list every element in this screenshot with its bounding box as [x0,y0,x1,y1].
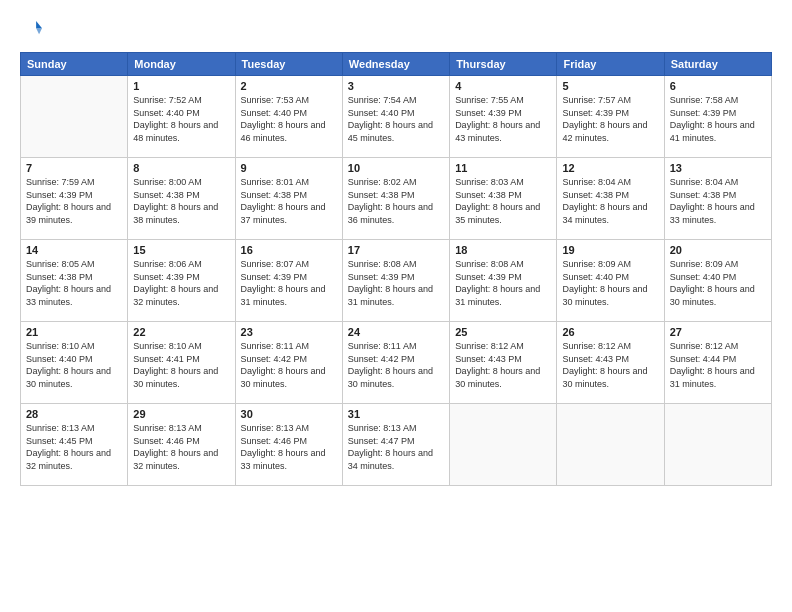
day-cell: 18Sunrise: 8:08 AMSunset: 4:39 PMDayligh… [450,240,557,322]
day-cell: 6Sunrise: 7:58 AMSunset: 4:39 PMDaylight… [664,76,771,158]
weekday-saturday: Saturday [664,53,771,76]
day-info: Sunrise: 7:54 AMSunset: 4:40 PMDaylight:… [348,94,444,144]
day-number: 3 [348,80,444,92]
day-cell: 22Sunrise: 8:10 AMSunset: 4:41 PMDayligh… [128,322,235,404]
day-info: Sunrise: 7:55 AMSunset: 4:39 PMDaylight:… [455,94,551,144]
day-cell: 16Sunrise: 8:07 AMSunset: 4:39 PMDayligh… [235,240,342,322]
day-number: 30 [241,408,337,420]
day-cell [21,76,128,158]
day-number: 28 [26,408,122,420]
header [20,18,772,40]
day-info: Sunrise: 8:13 AMSunset: 4:46 PMDaylight:… [241,422,337,472]
day-number: 23 [241,326,337,338]
day-number: 22 [133,326,229,338]
day-cell: 25Sunrise: 8:12 AMSunset: 4:43 PMDayligh… [450,322,557,404]
day-cell: 31Sunrise: 8:13 AMSunset: 4:47 PMDayligh… [342,404,449,486]
logo-icon [20,18,42,40]
day-info: Sunrise: 8:13 AMSunset: 4:45 PMDaylight:… [26,422,122,472]
week-row-4: 28Sunrise: 8:13 AMSunset: 4:45 PMDayligh… [21,404,772,486]
day-cell: 19Sunrise: 8:09 AMSunset: 4:40 PMDayligh… [557,240,664,322]
day-cell: 3Sunrise: 7:54 AMSunset: 4:40 PMDaylight… [342,76,449,158]
day-cell: 21Sunrise: 8:10 AMSunset: 4:40 PMDayligh… [21,322,128,404]
day-cell: 20Sunrise: 8:09 AMSunset: 4:40 PMDayligh… [664,240,771,322]
weekday-thursday: Thursday [450,53,557,76]
day-cell: 8Sunrise: 8:00 AMSunset: 4:38 PMDaylight… [128,158,235,240]
weekday-tuesday: Tuesday [235,53,342,76]
day-number: 8 [133,162,229,174]
day-cell: 14Sunrise: 8:05 AMSunset: 4:38 PMDayligh… [21,240,128,322]
weekday-monday: Monday [128,53,235,76]
day-info: Sunrise: 8:08 AMSunset: 4:39 PMDaylight:… [455,258,551,308]
day-info: Sunrise: 8:04 AMSunset: 4:38 PMDaylight:… [670,176,766,226]
weekday-friday: Friday [557,53,664,76]
day-cell: 26Sunrise: 8:12 AMSunset: 4:43 PMDayligh… [557,322,664,404]
day-number: 27 [670,326,766,338]
day-info: Sunrise: 8:00 AMSunset: 4:38 PMDaylight:… [133,176,229,226]
day-number: 9 [241,162,337,174]
day-info: Sunrise: 7:53 AMSunset: 4:40 PMDaylight:… [241,94,337,144]
day-number: 16 [241,244,337,256]
day-number: 14 [26,244,122,256]
day-info: Sunrise: 8:12 AMSunset: 4:43 PMDaylight:… [455,340,551,390]
day-number: 4 [455,80,551,92]
day-info: Sunrise: 8:04 AMSunset: 4:38 PMDaylight:… [562,176,658,226]
day-number: 21 [26,326,122,338]
week-row-0: 1Sunrise: 7:52 AMSunset: 4:40 PMDaylight… [21,76,772,158]
day-info: Sunrise: 8:11 AMSunset: 4:42 PMDaylight:… [348,340,444,390]
day-number: 29 [133,408,229,420]
day-number: 24 [348,326,444,338]
day-info: Sunrise: 8:13 AMSunset: 4:47 PMDaylight:… [348,422,444,472]
weekday-header-row: SundayMondayTuesdayWednesdayThursdayFrid… [21,53,772,76]
day-cell: 28Sunrise: 8:13 AMSunset: 4:45 PMDayligh… [21,404,128,486]
day-cell: 13Sunrise: 8:04 AMSunset: 4:38 PMDayligh… [664,158,771,240]
day-number: 19 [562,244,658,256]
day-cell: 27Sunrise: 8:12 AMSunset: 4:44 PMDayligh… [664,322,771,404]
page: SundayMondayTuesdayWednesdayThursdayFrid… [0,0,792,612]
day-cell: 17Sunrise: 8:08 AMSunset: 4:39 PMDayligh… [342,240,449,322]
day-number: 31 [348,408,444,420]
day-cell: 11Sunrise: 8:03 AMSunset: 4:38 PMDayligh… [450,158,557,240]
day-number: 10 [348,162,444,174]
day-cell: 4Sunrise: 7:55 AMSunset: 4:39 PMDaylight… [450,76,557,158]
weekday-sunday: Sunday [21,53,128,76]
weekday-wednesday: Wednesday [342,53,449,76]
day-number: 5 [562,80,658,92]
day-number: 25 [455,326,551,338]
day-cell: 10Sunrise: 8:02 AMSunset: 4:38 PMDayligh… [342,158,449,240]
day-number: 20 [670,244,766,256]
day-number: 7 [26,162,122,174]
day-cell: 30Sunrise: 8:13 AMSunset: 4:46 PMDayligh… [235,404,342,486]
day-number: 18 [455,244,551,256]
day-cell: 9Sunrise: 8:01 AMSunset: 4:38 PMDaylight… [235,158,342,240]
svg-marker-1 [36,28,42,34]
day-info: Sunrise: 7:58 AMSunset: 4:39 PMDaylight:… [670,94,766,144]
day-info: Sunrise: 8:08 AMSunset: 4:39 PMDaylight:… [348,258,444,308]
day-info: Sunrise: 8:01 AMSunset: 4:38 PMDaylight:… [241,176,337,226]
day-info: Sunrise: 8:05 AMSunset: 4:38 PMDaylight:… [26,258,122,308]
day-info: Sunrise: 8:11 AMSunset: 4:42 PMDaylight:… [241,340,337,390]
day-info: Sunrise: 7:57 AMSunset: 4:39 PMDaylight:… [562,94,658,144]
day-cell: 1Sunrise: 7:52 AMSunset: 4:40 PMDaylight… [128,76,235,158]
day-number: 6 [670,80,766,92]
day-info: Sunrise: 8:13 AMSunset: 4:46 PMDaylight:… [133,422,229,472]
day-info: Sunrise: 8:09 AMSunset: 4:40 PMDaylight:… [562,258,658,308]
day-info: Sunrise: 8:07 AMSunset: 4:39 PMDaylight:… [241,258,337,308]
day-number: 12 [562,162,658,174]
day-info: Sunrise: 8:12 AMSunset: 4:43 PMDaylight:… [562,340,658,390]
day-info: Sunrise: 7:52 AMSunset: 4:40 PMDaylight:… [133,94,229,144]
day-cell: 2Sunrise: 7:53 AMSunset: 4:40 PMDaylight… [235,76,342,158]
logo [20,18,46,40]
day-info: Sunrise: 8:10 AMSunset: 4:40 PMDaylight:… [26,340,122,390]
day-number: 17 [348,244,444,256]
day-cell: 24Sunrise: 8:11 AMSunset: 4:42 PMDayligh… [342,322,449,404]
day-cell: 23Sunrise: 8:11 AMSunset: 4:42 PMDayligh… [235,322,342,404]
day-number: 26 [562,326,658,338]
day-info: Sunrise: 7:59 AMSunset: 4:39 PMDaylight:… [26,176,122,226]
day-cell: 5Sunrise: 7:57 AMSunset: 4:39 PMDaylight… [557,76,664,158]
day-info: Sunrise: 8:10 AMSunset: 4:41 PMDaylight:… [133,340,229,390]
day-info: Sunrise: 8:06 AMSunset: 4:39 PMDaylight:… [133,258,229,308]
day-cell: 7Sunrise: 7:59 AMSunset: 4:39 PMDaylight… [21,158,128,240]
day-info: Sunrise: 8:03 AMSunset: 4:38 PMDaylight:… [455,176,551,226]
day-number: 15 [133,244,229,256]
svg-marker-0 [36,21,42,28]
